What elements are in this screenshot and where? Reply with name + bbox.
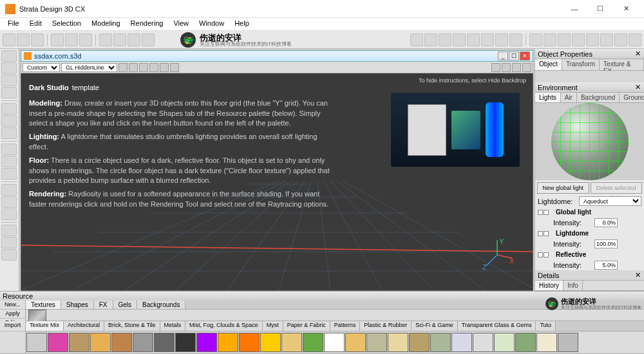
lib-tab[interactable]: Paper & Fabric	[283, 321, 330, 331]
menu-window[interactable]: Window	[194, 18, 229, 30]
text-tool[interactable]	[1, 127, 17, 139]
vp-toggle[interactable]	[149, 63, 158, 72]
lib-tab[interactable]: Mist, Fog, Clouds & Space	[185, 321, 263, 331]
lib-tab[interactable]: Transparent Glass & Gems	[458, 321, 536, 331]
misc-tool[interactable]	[1, 225, 17, 236]
apply-resource-button[interactable]: Apply	[0, 310, 25, 319]
texture-swatch[interactable]	[26, 333, 47, 352]
vp-opt[interactable]	[512, 63, 521, 72]
tool-btn[interactable]	[467, 33, 480, 46]
tool-btn[interactable]	[3, 33, 15, 46]
doc-close[interactable]: ✕	[520, 51, 530, 61]
tab-texture-fx[interactable]: Texture & FX	[600, 59, 644, 70]
orbit-tool[interactable]	[1, 209, 17, 220]
vp-opt[interactable]	[502, 63, 511, 72]
texture-swatch[interactable]	[175, 333, 196, 352]
pen-tool[interactable]	[1, 115, 17, 127]
doc-maximize[interactable]: ☐	[509, 51, 519, 61]
texture-swatch[interactable]	[239, 333, 260, 352]
menu-help[interactable]: Help	[229, 18, 254, 30]
texture-swatch[interactable]	[196, 333, 217, 352]
tab-textures[interactable]: Textures	[26, 301, 61, 309]
texture-swatch[interactable]	[494, 333, 515, 352]
menu-edit[interactable]: Edit	[24, 18, 47, 30]
texture-swatch[interactable]	[409, 333, 430, 352]
panel-close-icon[interactable]: ✕	[634, 83, 641, 91]
tool-btn[interactable]	[509, 33, 522, 46]
menu-rendering[interactable]: Rendering	[126, 18, 169, 30]
tool-btn[interactable]	[79, 33, 92, 46]
shading-select[interactable]: GL HiddenLine	[61, 63, 117, 72]
texture-swatch[interactable]	[90, 333, 111, 352]
lib-tab[interactable]: Patterns	[330, 321, 361, 331]
tool-btn[interactable]	[424, 33, 437, 46]
shape-tool[interactable]	[1, 103, 17, 115]
lib-tab[interactable]: Texture Mix	[26, 321, 64, 331]
reflective-toggle[interactable]	[538, 252, 551, 257]
minimize-button[interactable]: —	[562, 1, 587, 17]
viewport-3d[interactable]: To hide instructions, select Hide Backdr…	[21, 73, 533, 291]
tab-gels[interactable]: Gels	[113, 301, 138, 309]
tool-btn[interactable]	[614, 33, 627, 46]
texture-swatch[interactable]	[388, 333, 408, 352]
tab-history[interactable]: History	[535, 281, 564, 290]
rotate-tool[interactable]	[1, 75, 17, 86]
tool-btn[interactable]	[544, 33, 556, 46]
tool-btn[interactable]	[17, 33, 30, 46]
vp-toggle[interactable]	[118, 63, 128, 72]
scale-tool[interactable]	[1, 87, 17, 98]
tool-btn[interactable]	[128, 33, 140, 46]
menu-view[interactable]: View	[168, 18, 194, 30]
texture-swatch[interactable]	[48, 333, 68, 352]
render-tool[interactable]	[1, 168, 17, 180]
lib-tab[interactable]: Sci-Fi & Game	[412, 321, 458, 331]
texture-swatch[interactable]	[451, 333, 472, 352]
view-mode-select[interactable]: Custom	[23, 63, 60, 72]
import-button[interactable]: Import	[0, 321, 25, 331]
texture-swatch[interactable]	[473, 333, 493, 352]
texture-swatch[interactable]	[536, 333, 557, 352]
lib-tab[interactable]: Brick, Stone & Tile	[104, 321, 160, 331]
tab-air[interactable]: Air	[561, 93, 577, 102]
tab-lights[interactable]: Lights	[535, 93, 561, 102]
lib-tab[interactable]: Plastic & Rubber	[360, 321, 412, 331]
tab-info[interactable]: Info	[564, 281, 583, 290]
menu-file[interactable]: File	[3, 18, 24, 30]
texture-swatch[interactable]	[324, 333, 345, 352]
tool-btn[interactable]	[453, 33, 466, 46]
lib-tab[interactable]: Myst	[263, 321, 283, 331]
texture-swatch[interactable]	[430, 333, 451, 352]
lightdome-toggle[interactable]	[538, 231, 551, 236]
texture-swatch[interactable]	[281, 333, 302, 352]
environment-preview[interactable]	[535, 103, 644, 180]
misc-tool[interactable]	[1, 249, 17, 261]
tab-ground[interactable]: Ground	[620, 93, 644, 102]
maximize-button[interactable]: ☐	[587, 1, 613, 17]
panel-close-icon[interactable]: ✕	[634, 50, 641, 58]
camera-tool[interactable]	[1, 144, 17, 155]
tool-btn[interactable]	[31, 33, 44, 46]
vp-toggle[interactable]	[129, 63, 138, 72]
vp-toggle[interactable]	[160, 63, 169, 72]
tool-btn[interactable]	[558, 33, 571, 46]
lightdome-select[interactable]: Aqueduct	[579, 196, 641, 206]
tool-btn[interactable]	[113, 33, 126, 46]
tab-background[interactable]: Background	[577, 93, 620, 102]
tool-btn[interactable]	[142, 33, 155, 46]
texture-swatch[interactable]	[303, 333, 323, 352]
vp-opt[interactable]	[491, 63, 500, 72]
global-light-toggle[interactable]	[538, 210, 551, 215]
tab-fx[interactable]: FX	[94, 301, 113, 309]
tool-btn[interactable]	[586, 33, 599, 46]
new-global-light-button[interactable]: New global light	[537, 182, 589, 194]
new-resource-button[interactable]: New...	[0, 301, 25, 310]
menu-selection[interactable]: Selection	[47, 18, 86, 30]
lightdome-intensity-input[interactable]	[594, 239, 618, 248]
delete-light-button[interactable]: Delete selected light	[591, 182, 643, 194]
tab-transform[interactable]: Transform	[562, 59, 600, 70]
doc-minimize[interactable]: _	[498, 51, 508, 61]
texture-swatch[interactable]	[133, 333, 153, 352]
vp-toggle[interactable]	[170, 63, 179, 72]
tool-btn[interactable]	[529, 33, 542, 46]
lib-tab[interactable]: Architectural	[64, 321, 104, 331]
